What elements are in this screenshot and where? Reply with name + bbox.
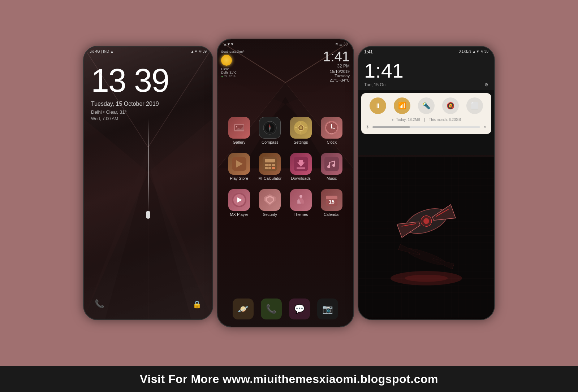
app-downloads[interactable]: Downloads (286, 153, 315, 180)
svg-rect-41 (268, 164, 271, 166)
phone-notifications: 1:41 0.1KB/s ▲▼ ≋ 38 1:41 Tue, 15 Oct ⚙ … (358, 46, 495, 320)
app-grid-row2: Play Store Mi Calculator (217, 149, 353, 184)
calculator-icon (259, 153, 281, 175)
svg-point-51 (332, 164, 335, 167)
phone1-light-bulb (146, 211, 150, 219)
svg-point-23 (269, 127, 271, 129)
app-settings[interactable]: Settings (286, 117, 315, 144)
data-month: This month: 6.20GB (429, 118, 461, 122)
phone1-fingerprint-icon[interactable]: 🔒 (193, 300, 202, 309)
themes-icon (290, 189, 312, 211)
gallery-icon (228, 117, 250, 139)
phone3-time-large: 1:41 (358, 56, 494, 82)
weather-condition: Clear (221, 67, 319, 71)
brightness-fill (372, 126, 410, 128)
phone3-status-icons: 0.1KB/s ▲▼ ≋ 38 (459, 49, 488, 55)
app-security[interactable]: Security (256, 189, 285, 217)
compass-label: Compass (262, 140, 278, 144)
svg-rect-48 (297, 167, 305, 169)
downloads-label: Downloads (291, 176, 311, 180)
phone3-date: Tue, 15 Oct (364, 82, 387, 87)
settings-label: Settings (294, 140, 308, 144)
phone2-signal: ▲▼▼ (223, 42, 234, 46)
playstore-label: Play Store (230, 176, 248, 180)
calendar-icon: 15 (321, 189, 342, 211)
app-calculator[interactable]: Mi Calculator (256, 153, 285, 180)
svg-point-35 (331, 127, 332, 129)
settings-icon (290, 117, 312, 139)
toggle-mute[interactable]: 🔕 (442, 97, 459, 114)
svg-rect-39 (265, 159, 275, 162)
themes-label: Themes (294, 212, 308, 217)
svg-rect-29 (295, 127, 297, 128)
app-playstore[interactable]: Play Store (225, 153, 254, 180)
phone3-time-status: 1:41 (364, 49, 373, 55)
phone3-screen: 1:41 0.1KB/s ▲▼ ≋ 38 1:41 Tue, 15 Oct ⚙ … (358, 47, 494, 319)
calendar-label: Calendar (324, 212, 340, 217)
gallery-label: Gallery (233, 140, 245, 144)
toggle-screen[interactable]: ⬜ (466, 97, 483, 114)
app-music[interactable]: Music (318, 153, 346, 180)
music-icon (321, 153, 342, 175)
weather-location: Delhi 31°C (221, 71, 319, 74)
phone2-icons: ≋ ☰ 38 (335, 42, 348, 46)
phone2-statusbar: ▲▼▼ ≋ ☰ 38 (217, 39, 353, 48)
weather-ampm: 32 PM (323, 64, 350, 69)
toggle-pause[interactable]: ⏸ (370, 97, 386, 114)
svg-rect-49 (324, 157, 339, 171)
svg-rect-64 (358, 157, 494, 317)
app-mxplayer[interactable]: MX Player (225, 189, 254, 217)
phone2-screen: ▲▼▼ ≋ ☰ 38 Southeast,2km/h Clear Delhi 3… (217, 39, 353, 327)
phone3-gear-icon[interactable]: ⚙ (484, 82, 488, 87)
svg-rect-27 (301, 122, 301, 124)
toggle-flashlight[interactable]: 🔦 (418, 97, 435, 114)
svg-point-17 (236, 126, 237, 127)
dock-item-3[interactable]: 📷 (317, 299, 338, 319)
phone2-dock: 🪐 📞 💬 📷 (217, 299, 353, 319)
mxplayer-label: MX Player (230, 212, 248, 217)
weather-badge: ● YIL 2019 (221, 74, 236, 78)
dock-item-1[interactable]: 📞 (261, 299, 282, 319)
app-grid-row3: MX Player Security (217, 186, 353, 220)
weather-sun-icon (221, 55, 232, 66)
svg-rect-45 (272, 167, 275, 169)
app-compass[interactable]: Compass (256, 117, 285, 144)
phone3-art-area (358, 155, 494, 319)
toggle-wifi[interactable]: 📶 (394, 97, 410, 114)
phone3-date-line: Tue, 15 Oct ⚙ (358, 82, 494, 90)
app-themes[interactable]: Themes (286, 189, 315, 217)
phone1-call-icon[interactable]: 📞 (95, 299, 104, 309)
phone1-light-cord (148, 119, 148, 213)
quick-toggles: ⏸ 📶 🔦 🔕 ⬜ (366, 97, 487, 114)
app-clock[interactable]: Clock (318, 117, 346, 144)
weather-temp-range: 21°C~34°C (323, 78, 350, 82)
dock-item-0[interactable]: 🪐 (233, 299, 254, 319)
svg-rect-44 (268, 167, 271, 169)
svg-point-58 (299, 195, 302, 198)
security-label: Security (263, 212, 277, 217)
mech-art-svg (358, 155, 494, 319)
music-label: Music (327, 176, 337, 180)
dock-item-2[interactable]: 💬 (289, 299, 310, 319)
downloads-icon (290, 153, 312, 175)
phone2-background: ▲▼▼ ≋ ☰ 38 Southeast,2km/h Clear Delhi 3… (217, 39, 353, 327)
svg-point-26 (299, 126, 302, 129)
footer: Visit For More www.miuithemesxiaomi.blog… (0, 366, 578, 392)
app-gallery[interactable]: Gallery (225, 117, 254, 144)
security-icon (259, 189, 281, 211)
quick-settings-panel: ⏸ 📶 🔦 🔕 ⬜ ● Today: 18.2MB | This month: … (361, 93, 491, 134)
app-calendar[interactable]: 15 Calendar (318, 189, 346, 217)
weather-direction: Southeast,2km/h (221, 50, 319, 53)
app-grid: Gallery Compass (217, 113, 353, 148)
weather-time: 1:41 (323, 50, 350, 64)
brightness-track[interactable] (372, 126, 480, 128)
phone1-background: Jio 4G | IND ▲ ▲▼ ≋ 39 13 39 Tuesday, 15… (84, 47, 212, 319)
svg-point-76 (405, 275, 448, 282)
svg-rect-28 (301, 131, 301, 134)
data-today: Today: 18.2MB (396, 118, 420, 122)
phone3-statusbar: 1:41 0.1KB/s ▲▼ ≋ 38 (358, 47, 494, 56)
mxplayer-icon (228, 189, 250, 211)
svg-point-50 (327, 165, 330, 168)
brightness-low-icon: ☀ (366, 125, 370, 130)
svg-rect-43 (265, 167, 268, 169)
